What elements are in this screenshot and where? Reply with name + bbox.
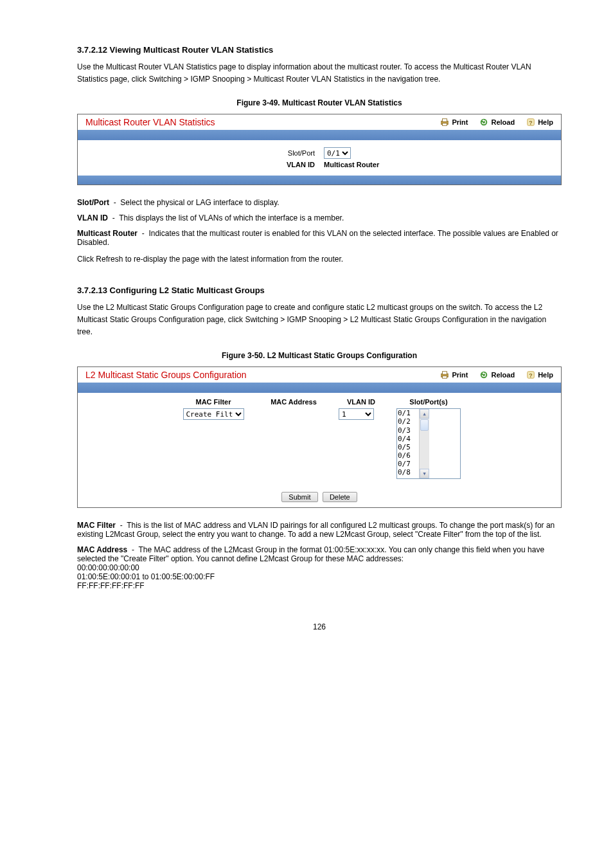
- reload-label: Reload: [491, 371, 515, 379]
- print-icon: [440, 118, 449, 127]
- reload-button[interactable]: Reload: [479, 370, 515, 379]
- field-multicast-router: Multicast Router - Indicates that the mu…: [77, 229, 562, 247]
- field-name: MAC Address: [77, 545, 127, 554]
- list-item[interactable]: 0/1: [398, 409, 418, 417]
- field-name: Slot/Port: [77, 198, 109, 207]
- panel-l2-multicast-static-groups: L2 Multicast Static Groups Configuration…: [77, 366, 562, 508]
- svg-text:?: ?: [529, 372, 532, 379]
- field-mac-address: MAC Address - The MAC address of the L2M…: [77, 545, 562, 590]
- delete-button[interactable]: Delete: [323, 492, 357, 502]
- panel-header: Multicast Router VLAN Statistics Print R…: [78, 114, 561, 130]
- refresh-note: Click Refresh to re-display the page wit…: [77, 253, 562, 266]
- field-desc: Select the physical or LAG interface to …: [120, 198, 279, 207]
- reload-label: Reload: [491, 118, 515, 126]
- list-item[interactable]: 0/2: [398, 417, 418, 426]
- reload-icon: [479, 118, 488, 127]
- field-desc: This displays the list of VLANs of which…: [119, 213, 344, 222]
- print-label: Print: [452, 118, 468, 126]
- multicast-router-label: Multicast Router: [324, 161, 420, 168]
- panel-top-bar: [78, 130, 561, 140]
- scrollbar[interactable]: ▲ ▼: [419, 409, 429, 478]
- print-button[interactable]: Print: [440, 370, 468, 379]
- scroll-up-button[interactable]: ▲: [420, 409, 429, 419]
- field-desc: Indicates that the multicast router is e…: [77, 229, 558, 247]
- vlan-id-select[interactable]: 1: [339, 408, 374, 420]
- field-mac-filter: MAC Filter - This is the list of MAC add…: [77, 521, 562, 539]
- svg-text:?: ?: [529, 120, 532, 126]
- col-header-mac-address: MAC Address: [262, 398, 326, 406]
- field-name: VLAN ID: [77, 213, 108, 222]
- svg-rect-7: [443, 372, 447, 374]
- section-heading-2: 3.7.2.13 Configuring L2 Static Multicast…: [77, 285, 581, 295]
- field-name: Multicast Router: [77, 229, 138, 238]
- print-button[interactable]: Print: [440, 118, 468, 127]
- list-item[interactable]: 0/6: [398, 451, 418, 460]
- slot-port-select[interactable]: 0/1: [324, 147, 351, 159]
- reload-button[interactable]: Reload: [479, 118, 515, 127]
- svg-rect-1: [443, 119, 447, 122]
- section-text-1: Use the Multicast Router VLAN Statistics…: [77, 61, 562, 86]
- list-item[interactable]: 0/4: [398, 435, 418, 443]
- figure-caption-1: Figure 3-49. Multicast Router VLAN Stati…: [58, 98, 581, 107]
- panel-bottom-bar: [78, 176, 561, 185]
- col-header-vlan-id: VLAN ID: [339, 398, 384, 406]
- col-header-slot-ports: Slot/Port(s): [396, 398, 461, 406]
- figure-caption-2: Figure 3-50. L2 Multicast Static Groups …: [58, 351, 581, 360]
- scroll-track: [420, 431, 429, 469]
- help-button[interactable]: ? Help: [526, 370, 553, 379]
- field-slot-port: Slot/Port - Select the physical or LAG i…: [77, 198, 562, 207]
- section-heading-1: 3.7.2.12 Viewing Multicast Router VLAN S…: [77, 45, 581, 55]
- slot-port-label: Slot/Port: [218, 149, 315, 157]
- field-vlan-id: VLAN ID - This displays the list of VLAN…: [77, 213, 562, 222]
- list-item[interactable]: 0/5: [398, 443, 418, 451]
- print-label: Print: [452, 371, 468, 379]
- reload-icon: [479, 370, 488, 379]
- svg-rect-2: [443, 123, 447, 126]
- help-label: Help: [538, 371, 553, 379]
- scroll-down-button[interactable]: ▼: [420, 469, 429, 478]
- section-text-2: Use the L2 Multicast Static Groups Confi…: [77, 302, 562, 339]
- panel-header: L2 Multicast Static Groups Configuration…: [78, 367, 561, 383]
- help-label: Help: [538, 118, 553, 126]
- panel-title: Multicast Router VLAN Statistics: [85, 117, 215, 127]
- mac-filter-select[interactable]: Create Filter: [183, 408, 244, 420]
- page-number: 126: [58, 622, 581, 631]
- col-header-mac-filter: MAC Filter: [178, 398, 249, 406]
- help-button[interactable]: ? Help: [526, 118, 553, 127]
- list-item[interactable]: 0/7: [398, 460, 418, 468]
- list-item[interactable]: 0/8: [398, 468, 418, 476]
- help-icon: ?: [526, 370, 535, 379]
- panel-top-bar: [78, 383, 561, 393]
- scroll-thumb[interactable]: [420, 419, 429, 431]
- field-desc: The MAC address of the L2Mcast Group in …: [77, 545, 544, 590]
- print-icon: [440, 370, 449, 379]
- slot-port-listbox[interactable]: 0/10/20/30/40/50/60/70/8 ▲ ▼: [396, 408, 461, 479]
- field-desc: This is the list of MAC address and VLAN…: [77, 521, 555, 539]
- help-icon: ?: [526, 118, 535, 127]
- svg-rect-8: [443, 376, 447, 379]
- panel-multicast-router-vlan-statistics: Multicast Router VLAN Statistics Print R…: [77, 114, 562, 185]
- panel-title: L2 Multicast Static Groups Configuration: [85, 370, 247, 380]
- submit-button[interactable]: Submit: [281, 492, 317, 502]
- list-item[interactable]: 0/3: [398, 426, 418, 435]
- field-name: MAC Filter: [77, 521, 116, 530]
- vlan-id-label: VLAN ID: [218, 161, 315, 168]
